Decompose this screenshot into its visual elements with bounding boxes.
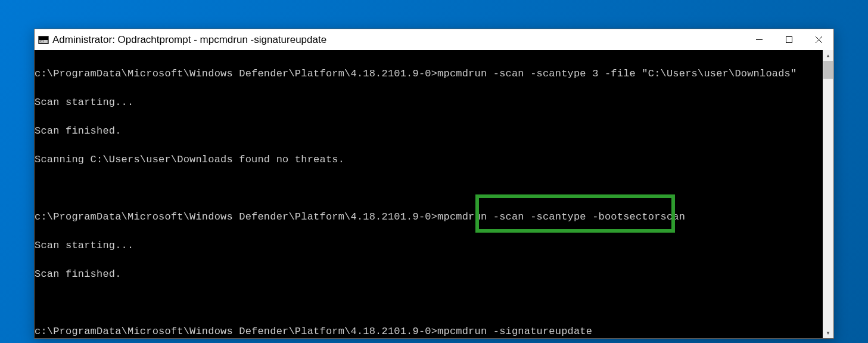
minimize-button[interactable]: [744, 29, 774, 50]
scroll-up-arrow-icon[interactable]: ▲: [823, 50, 833, 61]
command-text: mpcmdrun -scan -scantype 3 -file "C:\Use…: [437, 68, 797, 79]
close-button[interactable]: [804, 29, 833, 50]
window-controls: [744, 29, 833, 50]
output-line: Scanning C:\Users\user\Downloads found n…: [35, 153, 823, 167]
scroll-down-arrow-icon[interactable]: ▼: [823, 327, 833, 338]
terminal-content: c:\ProgramData\Microsoft\Windows Defende…: [35, 50, 823, 338]
prompt-text: c:\ProgramData\Microsoft\Windows Defende…: [35, 68, 437, 79]
vertical-scrollbar[interactable]: ▲ ▼: [823, 50, 833, 338]
terminal-output[interactable]: c:\ProgramData\Microsoft\Windows Defende…: [35, 50, 823, 338]
prompt-text: c:\ProgramData\Microsoft\Windows Defende…: [35, 211, 437, 223]
cmd-icon: C:\: [38, 36, 49, 44]
output-line: Scan starting...: [35, 95, 823, 110]
blank-line: [35, 181, 823, 196]
prompt-text: c:\ProgramData\Microsoft\Windows Defende…: [35, 326, 437, 337]
output-line: Scan starting...: [35, 239, 823, 253]
output-line: Scan finished.: [35, 124, 823, 138]
command-text: mpcmdrun -scan -scantype -bootsectorscan: [437, 211, 685, 223]
maximize-button[interactable]: [774, 29, 804, 50]
command-text: mpcmdrun -signatureupdate: [437, 326, 592, 337]
output-line: Scan finished.: [35, 267, 823, 282]
scroll-thumb[interactable]: [823, 61, 833, 79]
svg-rect-1: [786, 37, 792, 43]
window-title: Administrator: Opdrachtprompt - mpcmdrun…: [52, 34, 744, 46]
window-titlebar[interactable]: C:\ Administrator: Opdrachtprompt - mpcm…: [35, 29, 833, 50]
terminal-area: c:\ProgramData\Microsoft\Windows Defende…: [35, 50, 833, 338]
command-prompt-window: C:\ Administrator: Opdrachtprompt - mpcm…: [34, 29, 834, 339]
blank-line: [35, 296, 823, 310]
